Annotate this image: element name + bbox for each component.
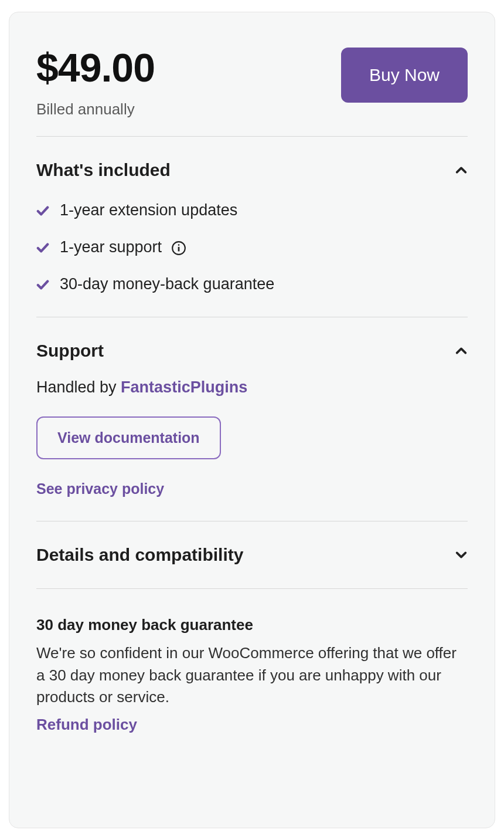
chevron-up-icon [455, 164, 468, 177]
list-item-label: 30-day money-back guarantee [60, 275, 274, 293]
guarantee-title: 30 day money back guarantee [36, 616, 468, 634]
whats-included-heading: What's included [36, 160, 171, 180]
details-toggle[interactable]: Details and compatibility [36, 545, 468, 565]
svg-point-2 [178, 244, 179, 246]
whats-included-section: What's included 1-year extension updates… [36, 137, 468, 317]
refund-policy-link[interactable]: Refund policy [36, 716, 137, 734]
list-item-text: 1-year support [60, 238, 162, 256]
list-item: 30-day money-back guarantee [36, 275, 468, 293]
guarantee-block: 30 day money back guarantee We're so con… [36, 589, 468, 734]
support-vendor-link[interactable]: FantasticPlugins [121, 378, 247, 396]
info-icon[interactable] [171, 241, 186, 256]
guarantee-body: We're so confident in our WooCommerce of… [36, 642, 468, 709]
check-icon [36, 204, 49, 217]
support-section: Support Handled by FantasticPlugins View… [36, 317, 468, 521]
list-item-label: 1-year extension updates [60, 201, 237, 219]
handled-by-prefix: Handled by [36, 378, 121, 396]
privacy-policy-link[interactable]: See privacy policy [36, 480, 468, 497]
price-amount: $49.00 [36, 48, 155, 87]
price-block: $49.00 Billed annually [36, 48, 155, 118]
included-list: 1-year extension updates 1-year support … [36, 201, 468, 293]
support-heading: Support [36, 341, 104, 361]
check-icon [36, 241, 49, 254]
support-handled-by: Handled by FantasticPlugins [36, 378, 468, 397]
list-item: 1-year support [36, 238, 468, 256]
details-heading: Details and compatibility [36, 545, 243, 565]
price-row: $49.00 Billed annually Buy Now [36, 48, 468, 136]
details-section: Details and compatibility [36, 521, 468, 588]
whats-included-toggle[interactable]: What's included [36, 160, 468, 180]
check-icon [36, 278, 49, 291]
pricing-card: $49.00 Billed annually Buy Now What's in… [9, 12, 495, 828]
chevron-down-icon [455, 548, 468, 561]
view-documentation-button[interactable]: View documentation [36, 416, 221, 459]
list-item: 1-year extension updates [36, 201, 468, 219]
list-item-label: 1-year support [60, 238, 186, 256]
billing-note: Billed annually [36, 100, 155, 118]
support-toggle[interactable]: Support [36, 341, 468, 361]
buy-now-button[interactable]: Buy Now [341, 48, 468, 103]
chevron-up-icon [455, 344, 468, 357]
